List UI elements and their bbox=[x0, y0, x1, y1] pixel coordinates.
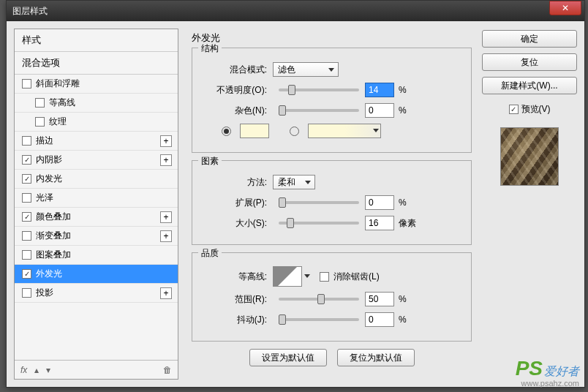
plus-icon[interactable]: + bbox=[160, 287, 172, 299]
jitter-input[interactable]: 0 bbox=[365, 312, 394, 327]
contour-label: 等高线: bbox=[200, 271, 273, 283]
checkbox[interactable] bbox=[22, 155, 31, 165]
arrow-down-icon[interactable]: ▾ bbox=[46, 365, 50, 375]
sidebar-blend-options[interactable]: 混合选项 bbox=[15, 52, 178, 75]
gradient-radio[interactable] bbox=[290, 127, 299, 136]
preview-thumbnail bbox=[500, 127, 559, 186]
sidebar-item-drop-shadow[interactable]: 投影 + bbox=[15, 284, 178, 303]
jitter-unit: % bbox=[399, 314, 407, 325]
blend-mode-label: 混合模式: bbox=[200, 64, 273, 76]
sidebar-item-color-overlay[interactable]: 颜色叠加 + bbox=[15, 208, 178, 227]
sidebar-item-bevel[interactable]: 斜面和浮雕 bbox=[15, 75, 178, 94]
checkbox[interactable] bbox=[22, 250, 31, 260]
window-controls: ✕ bbox=[549, 1, 584, 21]
size-slider[interactable] bbox=[279, 222, 359, 225]
watermark: PS爱好者 www.psahz.com bbox=[516, 357, 579, 388]
layer-style-dialog: 图层样式 ✕ 样式 混合选项 斜面和浮雕 等高线 纹理 描边 + bbox=[6, 0, 585, 388]
checkbox[interactable] bbox=[35, 117, 45, 127]
checkbox[interactable] bbox=[22, 79, 31, 88]
group-title: 图素 bbox=[198, 155, 222, 167]
close-button[interactable]: ✕ bbox=[549, 1, 581, 15]
solid-color-radio[interactable] bbox=[222, 127, 231, 136]
checkbox[interactable] bbox=[22, 193, 31, 203]
fx-icon[interactable]: fx bbox=[20, 365, 27, 375]
method-select[interactable]: 柔和 bbox=[273, 175, 315, 189]
elements-group: 图素 方法: 柔和 扩展(P): 0 % 大小(S): 16 像素 bbox=[192, 160, 472, 245]
sidebar-items: 斜面和浮雕 等高线 纹理 描边 + 内阴影 + 内发光 bbox=[15, 75, 178, 360]
range-label: 范围(R): bbox=[200, 293, 273, 306]
method-label: 方法: bbox=[200, 176, 273, 189]
spread-unit: % bbox=[399, 197, 407, 208]
reset-button[interactable]: 复位 bbox=[482, 53, 577, 71]
new-style-button[interactable]: 新建样式(W)... bbox=[482, 77, 577, 94]
opacity-input[interactable]: 14 bbox=[365, 83, 394, 97]
watermark-url: www.psahz.com bbox=[516, 379, 579, 388]
antialias-label: 消除锯齿(L) bbox=[333, 271, 380, 283]
opacity-slider[interactable] bbox=[279, 88, 359, 91]
ok-button[interactable]: 确定 bbox=[482, 30, 577, 48]
plus-icon[interactable]: + bbox=[160, 230, 172, 242]
noise-input[interactable]: 0 bbox=[365, 103, 394, 118]
opacity-label: 不透明度(O): bbox=[200, 84, 273, 97]
arrow-up-icon[interactable]: ▴ bbox=[34, 365, 39, 375]
quality-group: 品质 等高线: 消除锯齿(L) 范围(R): 50 % 抖动(J): bbox=[192, 252, 472, 342]
noise-slider[interactable] bbox=[279, 109, 359, 112]
size-unit: 像素 bbox=[399, 217, 416, 230]
size-label: 大小(S): bbox=[200, 217, 273, 230]
preview-label: 预览(V) bbox=[521, 103, 551, 116]
jitter-slider[interactable] bbox=[279, 318, 359, 321]
checkbox[interactable] bbox=[22, 231, 31, 241]
sidebar-item-satin[interactable]: 光泽 bbox=[15, 189, 178, 208]
checkbox[interactable] bbox=[22, 136, 31, 146]
checkbox[interactable] bbox=[22, 212, 31, 222]
sidebar-item-pattern-overlay[interactable]: 图案叠加 bbox=[15, 246, 178, 265]
noise-unit: % bbox=[399, 105, 407, 116]
spread-slider[interactable] bbox=[279, 201, 359, 204]
jitter-label: 抖动(J): bbox=[200, 314, 273, 326]
opacity-unit: % bbox=[399, 85, 407, 95]
sidebar-item-stroke[interactable]: 描边 + bbox=[15, 132, 178, 151]
watermark-ps: PS bbox=[516, 357, 543, 380]
plus-icon[interactable]: + bbox=[160, 154, 172, 166]
sidebar-item-gradient-overlay[interactable]: 渐变叠加 + bbox=[15, 227, 178, 246]
sidebar-item-texture[interactable]: 纹理 bbox=[15, 113, 178, 132]
panel-title: 外发光 bbox=[187, 31, 476, 45]
contour-picker[interactable] bbox=[273, 266, 302, 287]
styles-sidebar: 样式 混合选项 斜面和浮雕 等高线 纹理 描边 + 内阴影 + bbox=[14, 29, 178, 380]
color-swatch[interactable] bbox=[240, 124, 269, 138]
sidebar-item-inner-glow[interactable]: 内发光 bbox=[15, 170, 178, 189]
sidebar-item-outer-glow[interactable]: 外发光 bbox=[15, 265, 178, 284]
range-slider[interactable] bbox=[279, 298, 359, 301]
group-title: 结构 bbox=[198, 42, 222, 55]
structure-group: 结构 混合模式: 滤色 不透明度(O): 14 % 杂色(N): 0 % bbox=[192, 48, 472, 153]
range-input[interactable]: 50 bbox=[365, 292, 394, 306]
sidebar-item-contour[interactable]: 等高线 bbox=[15, 94, 178, 113]
plus-icon[interactable]: + bbox=[160, 211, 172, 223]
titlebar[interactable]: 图层样式 ✕ bbox=[7, 1, 584, 21]
watermark-txt: 爱好者 bbox=[544, 365, 579, 377]
sidebar-header: 样式 bbox=[15, 29, 178, 52]
main-panel: 外发光 结构 混合模式: 滤色 不透明度(O): 14 % 杂色(N): 0 bbox=[184, 29, 476, 380]
range-unit: % bbox=[399, 294, 407, 304]
group-title: 品质 bbox=[198, 247, 222, 260]
trash-icon[interactable]: 🗑 bbox=[163, 365, 172, 375]
window-title: 图层样式 bbox=[12, 5, 48, 18]
blend-mode-select[interactable]: 滤色 bbox=[273, 62, 339, 77]
noise-label: 杂色(N): bbox=[200, 105, 273, 117]
checkbox[interactable] bbox=[22, 288, 31, 298]
checkbox[interactable] bbox=[35, 98, 45, 108]
reset-default-button[interactable]: 复位为默认值 bbox=[337, 349, 415, 366]
checkbox[interactable] bbox=[22, 174, 31, 184]
default-buttons: 设置为默认值 复位为默认值 bbox=[187, 349, 476, 366]
checkbox[interactable] bbox=[22, 269, 31, 279]
spread-input[interactable]: 0 bbox=[365, 195, 394, 210]
size-input[interactable]: 16 bbox=[365, 216, 394, 230]
gradient-swatch[interactable] bbox=[308, 124, 381, 138]
preview-checkbox[interactable] bbox=[509, 105, 519, 114]
plus-icon[interactable]: + bbox=[160, 135, 172, 147]
spread-label: 扩展(P): bbox=[200, 197, 273, 209]
sidebar-item-inner-shadow[interactable]: 内阴影 + bbox=[15, 151, 178, 170]
antialias-checkbox[interactable] bbox=[320, 272, 329, 282]
right-panel: 确定 复位 新建样式(W)... 预览(V) bbox=[482, 29, 577, 380]
make-default-button[interactable]: 设置为默认值 bbox=[249, 349, 327, 366]
